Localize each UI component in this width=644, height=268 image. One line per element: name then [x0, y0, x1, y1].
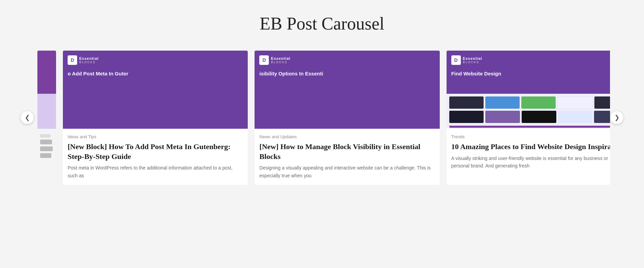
- grid-row-1: [449, 96, 610, 109]
- eb-logo-text-2: Essential BLOCKS: [271, 56, 290, 64]
- card-1-body: Ideas and Tips [New Block] How To Add Po…: [63, 129, 248, 185]
- thumb-4: [557, 96, 592, 109]
- eb-logo-sub: BLOCKS: [79, 60, 99, 64]
- partial-strip: [40, 134, 51, 138]
- card-1: D Essential BLOCKS o Add Post Meta In Gu…: [63, 51, 248, 185]
- card-3-excerpt: A visually striking and user-friendly we…: [451, 155, 610, 170]
- partial-left-body: [37, 129, 56, 185]
- card-1-category: Ideas and Tips: [68, 134, 243, 139]
- card-3-title: 10 Amazing Places to Find Website Design…: [451, 142, 610, 152]
- thumb-2: [485, 96, 520, 109]
- card-2-image-title: isibility Options In Essenti: [259, 70, 323, 77]
- card-2-excerpt: Designing a visually appealing and inter…: [259, 164, 435, 179]
- thumb-6: [449, 111, 484, 123]
- eb-logo: D Essential BLOCKS: [68, 55, 99, 65]
- partial-left-image: [37, 51, 56, 129]
- card-1-image: D Essential BLOCKS o Add Post Meta In Gu…: [63, 51, 248, 129]
- page-title: EB Post Carousel: [260, 14, 384, 34]
- thumb-8: [522, 111, 556, 123]
- card-1-excerpt: Post meta in WordPress refers to the add…: [68, 164, 243, 179]
- card-2-title: [New] How to Manage Block Visibility in …: [259, 142, 435, 161]
- card-3-image-title: Find Website Design: [451, 70, 610, 77]
- card-3-body: Trends 10 Amazing Places to Find Website…: [447, 129, 610, 185]
- thumb-1: [449, 96, 484, 109]
- eb-logo-text-3: Essential BLOCKS: [463, 56, 482, 64]
- grid-row-2: [449, 111, 610, 123]
- card-3-image-purple: D Essential BLOCKS Find Website Design: [447, 51, 610, 94]
- card-2-category: News and Updates: [259, 134, 435, 139]
- thumb-7: [485, 111, 520, 123]
- carousel-wrapper: ❮ D Essential BLOCKS: [0, 51, 644, 185]
- card-2-image-purple: D Essential BLOCKS isibility Options In …: [255, 51, 439, 129]
- eb-logo-2: D Essential BLOCKS: [259, 55, 290, 65]
- card-3-grid: [447, 94, 610, 129]
- card-2-body: News and Updates [New] How to Manage Blo…: [255, 129, 439, 185]
- eb-logo-icon-3: D: [451, 55, 461, 65]
- partial-strip: [40, 153, 51, 158]
- card-1-image-title: o Add Post Meta In Guter: [68, 70, 128, 77]
- thumb-3: [521, 96, 556, 109]
- card-3-image: D Essential BLOCKS Find Website Design: [447, 51, 610, 129]
- thumb-10: [594, 111, 610, 123]
- eb-logo-3: D Essential BLOCKS: [451, 55, 610, 65]
- partial-strip: [40, 140, 52, 144]
- next-button[interactable]: ❯: [610, 111, 624, 124]
- eb-logo-icon: D: [68, 55, 77, 65]
- eb-logo-main-3: Essential: [463, 56, 482, 60]
- card-3: D Essential BLOCKS Find Website Design: [447, 51, 610, 185]
- thumb-5: [594, 96, 610, 109]
- card-2: D Essential BLOCKS isibility Options In …: [255, 51, 439, 185]
- next-icon: ❯: [614, 114, 620, 121]
- card-1-title: [New Block] How To Add Post Meta In Gute…: [68, 142, 243, 161]
- prev-button[interactable]: ❮: [20, 111, 34, 124]
- carousel-track: D Essential BLOCKS o Add Post Meta In Gu…: [34, 51, 610, 185]
- prev-icon: ❮: [25, 114, 30, 121]
- thumb-9: [558, 111, 593, 123]
- eb-logo-main-2: Essential: [271, 56, 290, 60]
- eb-logo-icon-2: D: [259, 55, 269, 65]
- eb-logo-sub-2: BLOCKS: [271, 60, 290, 64]
- card-3-category: Trends: [451, 134, 610, 139]
- eb-logo-text: Essential BLOCKS: [79, 56, 99, 64]
- grid-bottom-bar: [449, 126, 610, 128]
- card-2-image: D Essential BLOCKS isibility Options In …: [255, 51, 439, 129]
- card-partial-left: [37, 51, 56, 185]
- eb-logo-sub-3: BLOCKS: [463, 60, 482, 64]
- eb-logo-main: Essential: [79, 56, 99, 60]
- partial-strip: [40, 146, 53, 151]
- card-1-image-purple: D Essential BLOCKS o Add Post Meta In Gu…: [63, 51, 248, 129]
